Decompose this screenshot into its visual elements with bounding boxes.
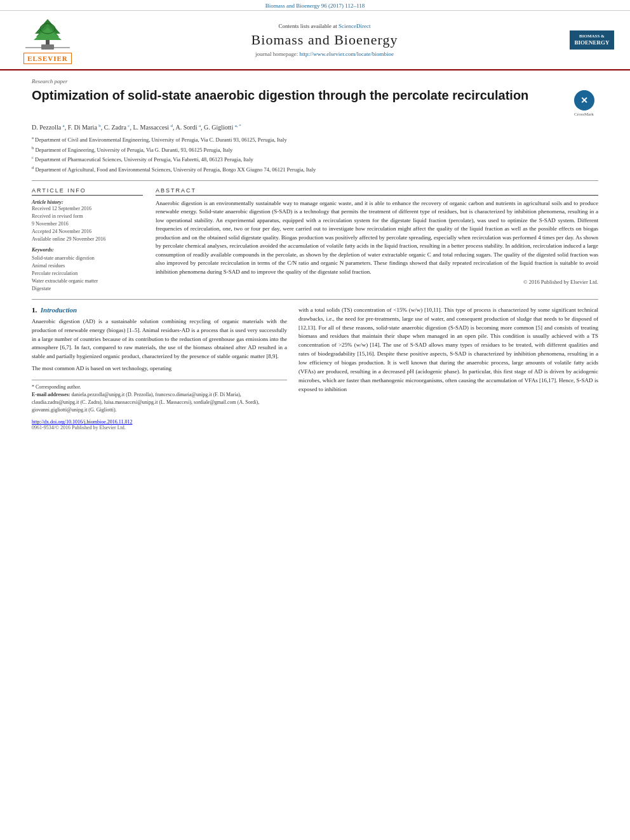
svg-rect-2 (41, 44, 54, 50)
right-col-para-1: with a total solids (TS) concentration o… (298, 306, 598, 394)
keyword-1: Solid-state anaerobic digestion (32, 255, 143, 262)
intro-para-1: Anaerobic digestion (AD) is a sustainabl… (32, 317, 287, 362)
paper-type-label: Research paper (32, 78, 598, 84)
affiliation-b: b Department of Engineering, University … (32, 145, 598, 154)
journal-homepage-line: journal homepage: http://www.elsevier.co… (83, 51, 566, 57)
intro-para-2: The most common AD is based on wet techn… (32, 364, 287, 373)
affiliation-a: a Department of Civil and Environmental … (32, 135, 598, 144)
journal-citation-text: Biomass and Bioenergy 96 (2017) 112–118 (265, 3, 365, 9)
keywords-section: Keywords: Solid-state anaerobic digestio… (32, 247, 143, 293)
doi-section: http://dx.doi.org/10.1016/j.biombioe.201… (32, 419, 287, 430)
main-col-left: 1. Introduction Anaerobic digestion (AD)… (32, 306, 287, 431)
crossmark-icon: ✕ (580, 95, 588, 106)
elsevier-logo-text: ELSEVIER (23, 53, 72, 64)
abstract-copyright: © 2016 Published by Elsevier Ltd. (156, 279, 598, 285)
affiliation-c: c Department of Pharmaceutical Sciences,… (32, 154, 598, 164)
homepage-url[interactable]: http://www.elsevier.com/locate/biombioe (300, 51, 394, 57)
section-title: Introduction (41, 306, 77, 314)
received-revised-date: 9 November 2016 (32, 220, 143, 228)
right-col-body: with a total solids (TS) concentration o… (298, 306, 598, 394)
issn-text: 0961-9534/© 2016 Published by Elsevier L… (32, 425, 287, 430)
keywords-title: Keywords: (32, 247, 143, 253)
article-history-group: Article history: Received 12 September 2… (32, 199, 143, 243)
article-info-abstract-row: ARTICLE INFO Article history: Received 1… (32, 187, 598, 293)
email-addresses-note: E-mail addresses: daniela.pezzolla@unipg… (32, 391, 287, 414)
journal-header: ELSEVIER Contents lists available at Sci… (0, 11, 630, 70)
article-info-header: ARTICLE INFO (32, 187, 143, 196)
corresponding-author-note: * Corresponding author. (32, 383, 287, 391)
journal-logo-left: ELSEVIER (13, 16, 83, 64)
divider-2 (32, 299, 598, 300)
journal-header-center: Contents lists available at ScienceDirec… (83, 23, 566, 57)
footnotes-section: * Corresponding author. E-mail addresses… (32, 380, 287, 414)
keyword-5: Digestate (32, 285, 143, 293)
crossmark-widget[interactable]: ✕ CrossMark (570, 90, 598, 117)
journal-logo-right: BIOMASS & BIOENERGY (566, 30, 617, 50)
introduction-heading: 1. Introduction (32, 306, 287, 314)
divider-1 (32, 180, 598, 181)
abstract-panel: ABSTRACT Anaerobic digestion is an envir… (156, 187, 598, 293)
affiliations-list: a Department of Civil and Environmental … (32, 135, 598, 173)
main-col-right: with a total solids (TS) concentration o… (298, 306, 598, 431)
biomass-bioenergy-badge: BIOMASS & BIOENERGY (570, 30, 614, 50)
contents-available-text: Contents lists available at (279, 23, 337, 29)
received-revised-label: Received in revised form (32, 213, 143, 220)
paper-title-row: Optimization of solid-state anaerobic di… (32, 87, 598, 117)
journal-citation-bar: Biomass and Bioenergy 96 (2017) 112–118 (0, 0, 630, 11)
authors-line: D. Pezzolla a, F. Di Maria b, C. Zadra c… (32, 123, 598, 131)
crossmark-circle: ✕ (574, 90, 594, 110)
main-content-columns: 1. Introduction Anaerobic digestion (AD)… (32, 306, 598, 431)
available-online-date: Available online 29 November 2016 (32, 236, 143, 243)
abstract-text: Anaerobic digestion is an environmentall… (156, 199, 598, 277)
section-number: 1. (32, 306, 37, 314)
received-date-1: Received 12 September 2016 (32, 205, 143, 213)
crossmark-label: CrossMark (574, 112, 594, 117)
introduction-body: Anaerobic digestion (AD) is a sustainabl… (32, 317, 287, 374)
article-info-panel: ARTICLE INFO Article history: Received 1… (32, 187, 143, 293)
accepted-date: Accepted 24 November 2016 (32, 228, 143, 236)
keyword-2: Animal residues (32, 262, 143, 270)
keyword-3: Percolate recirculation (32, 270, 143, 277)
paper-title: Optimization of solid-state anaerobic di… (32, 87, 563, 103)
sciencedirect-link[interactable]: ScienceDirect (338, 23, 370, 29)
sciencedirect-line: Contents lists available at ScienceDirec… (83, 23, 566, 29)
paper-body: Research paper Optimization of solid-sta… (0, 70, 630, 437)
doi-link[interactable]: http://dx.doi.org/10.1016/j.biombioe.201… (32, 419, 287, 425)
abstract-header: ABSTRACT (156, 187, 598, 196)
keyword-4: Water extractable organic matter (32, 277, 143, 285)
homepage-label: journal homepage: (255, 51, 298, 57)
elsevier-tree-logo (22, 16, 73, 51)
journal-title: Biomass and Bioenergy (83, 32, 566, 48)
article-history-title: Article history: (32, 199, 143, 205)
affiliation-d: d Department of Agricultural, Food and E… (32, 164, 598, 174)
